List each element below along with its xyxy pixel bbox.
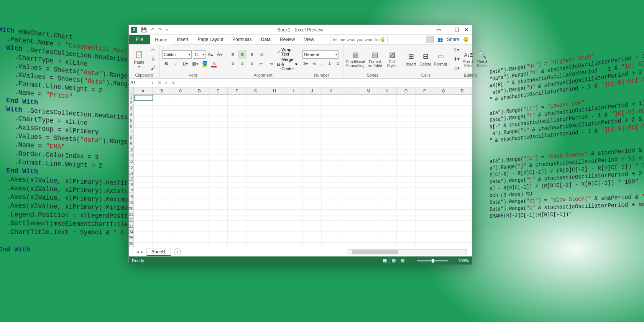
cell[interactable]	[453, 117, 472, 122]
cell[interactable]	[209, 199, 228, 204]
cell[interactable]	[284, 138, 303, 144]
cell[interactable]	[209, 210, 228, 215]
cell[interactable]	[378, 150, 397, 155]
cell[interactable]	[322, 161, 340, 166]
cell[interactable]	[453, 138, 472, 144]
view-layout-icon[interactable]: ▥	[389, 258, 398, 264]
format-cells-button[interactable]: ▭Format	[434, 45, 447, 73]
cell[interactable]	[453, 133, 472, 138]
cell[interactable]	[453, 204, 472, 210]
cell[interactable]	[153, 210, 171, 215]
row-header[interactable]: 12	[129, 159, 133, 165]
cell[interactable]	[265, 188, 284, 193]
cell[interactable]	[416, 182, 434, 188]
cell[interactable]	[209, 232, 228, 237]
cell[interactable]	[265, 182, 284, 188]
new-sheet-icon[interactable]: +	[174, 248, 181, 255]
cell[interactable]	[416, 226, 434, 232]
cell[interactable]	[134, 215, 153, 221]
col-header[interactable]: A	[134, 87, 153, 94]
cell[interactable]	[434, 166, 453, 171]
cell[interactable]	[378, 188, 397, 193]
cell[interactable]	[153, 106, 171, 111]
fx-enter-icon[interactable]: ✓	[164, 80, 168, 85]
row-header[interactable]: 9	[129, 141, 133, 147]
cell[interactable]	[171, 111, 190, 117]
cell[interactable]	[416, 232, 434, 237]
cell[interactable]	[303, 199, 322, 204]
cell[interactable]	[434, 138, 453, 144]
col-header[interactable]: E	[209, 87, 228, 94]
view-normal-icon[interactable]: ▦	[381, 258, 389, 264]
cell[interactable]	[303, 243, 322, 247]
cell[interactable]	[416, 95, 434, 100]
cell[interactable]	[434, 171, 453, 177]
cell[interactable]	[397, 122, 416, 127]
cell[interactable]	[153, 138, 171, 144]
cell[interactable]	[322, 166, 340, 171]
cell[interactable]	[228, 111, 246, 117]
cell[interactable]	[190, 215, 209, 221]
cell[interactable]	[397, 199, 416, 204]
cell[interactable]	[416, 100, 434, 105]
row-header[interactable]: 14	[129, 171, 133, 177]
align-left-icon[interactable]: ≡	[228, 59, 237, 68]
tab-page-layout[interactable]: Page Layout	[193, 35, 228, 44]
cell[interactable]	[209, 106, 228, 111]
align-bot-icon[interactable]: ≡	[248, 50, 256, 59]
cell[interactable]	[246, 226, 265, 232]
cell[interactable]	[171, 106, 190, 111]
cell[interactable]	[359, 138, 378, 144]
increase-font-icon[interactable]: A▴	[207, 50, 215, 59]
cell[interactable]	[284, 161, 303, 166]
cell[interactable]	[416, 138, 434, 144]
cell[interactable]	[434, 232, 453, 237]
cell[interactable]	[453, 100, 472, 105]
cell[interactable]	[134, 226, 153, 232]
cell[interactable]	[171, 161, 190, 166]
cell[interactable]	[340, 138, 359, 144]
col-header[interactable]: H	[265, 87, 284, 94]
row-header[interactable]: 21	[129, 212, 133, 218]
copy-icon[interactable]: ⎘	[149, 55, 157, 63]
cell[interactable]	[378, 106, 397, 111]
cell[interactable]	[209, 161, 228, 166]
cell[interactable]	[284, 237, 303, 243]
merge-center-button[interactable]: ⊟Merge & Center ▾	[277, 57, 297, 71]
cell[interactable]	[228, 232, 246, 237]
paste-button[interactable]: 📋Paste▾	[131, 45, 147, 73]
cell[interactable]	[171, 150, 190, 155]
cell[interactable]	[397, 106, 416, 111]
cell[interactable]	[453, 215, 472, 221]
cell[interactable]	[322, 106, 340, 111]
cell[interactable]	[171, 171, 190, 177]
cell[interactable]	[190, 111, 209, 117]
cell[interactable]	[209, 111, 228, 117]
cell[interactable]	[434, 95, 453, 100]
row-header[interactable]: 5	[129, 118, 133, 124]
cell[interactable]	[378, 122, 397, 127]
cell[interactable]	[303, 215, 322, 221]
cell[interactable]	[397, 182, 416, 188]
cell[interactable]	[453, 155, 472, 160]
cell[interactable]	[340, 122, 359, 127]
fill-icon[interactable]: ⬇▾	[452, 55, 461, 63]
cell[interactable]	[134, 243, 153, 247]
col-header[interactable]: L	[340, 87, 359, 94]
cell[interactable]	[246, 150, 265, 155]
cell[interactable]	[322, 221, 340, 226]
cell[interactable]	[303, 128, 322, 133]
cell[interactable]	[284, 117, 303, 122]
cell[interactable]	[190, 182, 209, 188]
cell[interactable]	[322, 117, 340, 122]
col-header[interactable]: D	[190, 87, 209, 94]
cell[interactable]	[322, 155, 340, 160]
cell[interactable]	[134, 106, 153, 111]
cell[interactable]	[134, 171, 153, 177]
cell[interactable]	[434, 111, 453, 117]
cell[interactable]	[303, 193, 322, 199]
row-header[interactable]: 2	[129, 100, 133, 106]
cell[interactable]	[265, 193, 284, 199]
cell[interactable]	[434, 210, 453, 215]
cell[interactable]	[322, 199, 340, 204]
